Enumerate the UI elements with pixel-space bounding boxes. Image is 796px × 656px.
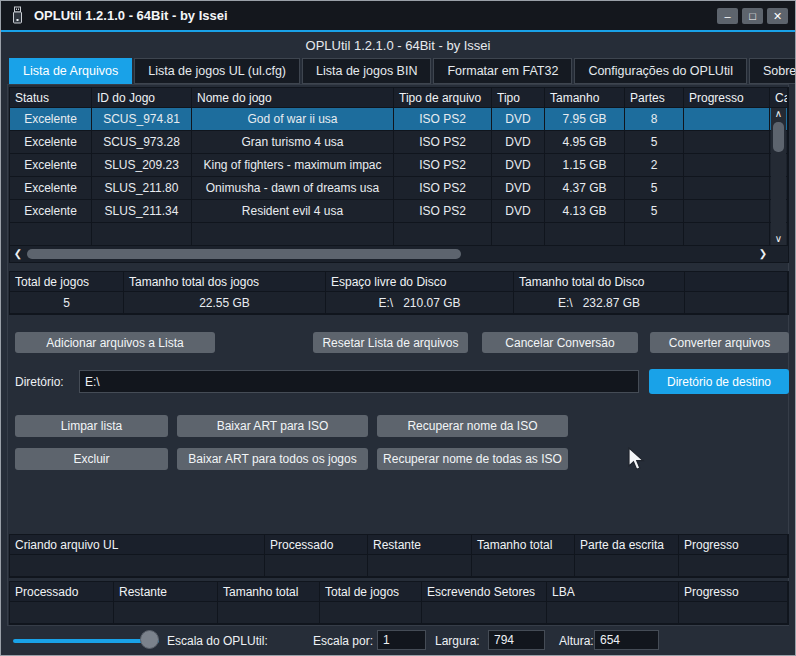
download-art-all-button[interactable]: Baixar ART para todos os jogos [177, 448, 368, 470]
column-header[interactable]: Tamanho total dos jogos [124, 272, 326, 291]
table-row[interactable]: ExcelenteSCUS_973.28Gran turismo 4 usaIS… [10, 131, 788, 154]
maximize-button[interactable]: □ [742, 8, 763, 24]
column-header[interactable]: Tamanho total [218, 582, 320, 601]
download-art-iso-button[interactable]: Baixar ART para ISO [177, 415, 368, 437]
column-header[interactable]: Criando arquivo UL [10, 535, 265, 554]
horizontal-scrollbar[interactable]: ❮ ❯ [11, 246, 770, 262]
table-row[interactable] [10, 555, 788, 577]
column-header[interactable]: Total de jogos [10, 272, 124, 291]
recover-all-iso-names-button[interactable]: Recuperar nome de todas as ISO [377, 448, 568, 470]
table-cell [492, 223, 545, 245]
column-header[interactable]: Escrevendo Setores [422, 582, 547, 601]
column-header[interactable]: Tamanho total [472, 535, 575, 554]
column-header[interactable]: Progresso [679, 582, 788, 601]
table-cell [192, 223, 394, 245]
table-cell: SLUS_211.80 [92, 177, 192, 199]
tab-lista-de-jogos-ul-ul-cfg[interactable]: Lista de jogos UL (ul.cfg) [134, 58, 300, 84]
cancel-conversion-button[interactable]: Cancelar Conversão [482, 332, 638, 353]
summary-table: Total de jogosTamanho total dos jogosEsp… [9, 271, 789, 315]
table-cell [685, 292, 788, 313]
table-cell [368, 555, 472, 576]
width-label: Largura: [435, 634, 480, 648]
column-header[interactable]: Parte da escrita [575, 535, 679, 554]
tab-formatar-em-fat32[interactable]: Formatar em FAT32 [433, 58, 572, 84]
table-cell: Excelente [10, 131, 92, 153]
clear-list-button[interactable]: Limpar lista [15, 415, 168, 437]
write-progress-table: ProcessadoRestanteTamanho totalTotal de … [9, 581, 789, 625]
delete-button[interactable]: Excluir [15, 448, 168, 470]
column-header[interactable]: Tipo de arquivo [394, 88, 492, 107]
directory-input[interactable] [79, 370, 639, 393]
table-header-row: Total de jogosTamanho total dos jogosEsp… [10, 272, 788, 292]
column-header[interactable]: Processado [265, 535, 368, 554]
reset-list-button[interactable]: Resetar Lista de arquivos [313, 332, 468, 353]
column-header[interactable]: Espaço livre do Disco [326, 272, 514, 291]
scroll-up-icon[interactable]: ∧ [771, 108, 786, 120]
title-bar: OPLUtil 1.2.1.0 - 64Bit - by Issei – □ ✕ [1, 1, 795, 30]
scale-label: Escala do OPLUtil: [167, 634, 268, 648]
column-header[interactable]: LBA [547, 582, 679, 601]
scale-by-input[interactable] [377, 630, 426, 650]
scale-slider-handle[interactable] [140, 630, 159, 649]
table-row[interactable] [10, 223, 788, 246]
table-cell [394, 223, 492, 245]
vertical-scrollbar-thumb[interactable] [773, 122, 784, 152]
tab-lista-de-arquivos[interactable]: Lista de Arquivos [9, 58, 132, 84]
tab-lista-de-jogos-bin[interactable]: Lista de jogos BIN [302, 58, 431, 84]
tab-sobre[interactable]: Sobre [749, 58, 796, 84]
table-cell [684, 154, 770, 176]
ul-progress-table: Criando arquivo ULProcessadoRestanteTama… [9, 534, 789, 578]
table-cell: 1.15 GB [545, 154, 625, 176]
table-row[interactable]: ExcelenteSCUS_974.81God of war ii usaISO… [10, 108, 788, 131]
column-header[interactable]: Tamanho [545, 88, 625, 107]
tab-configura-es-do-oplutil[interactable]: Configurações do OPLUtil [574, 58, 747, 84]
table-cell: 22.55 GB [124, 292, 326, 313]
column-header[interactable]: Progresso [679, 535, 788, 554]
width-input[interactable] [488, 630, 545, 650]
column-header[interactable]: Tipo [492, 88, 545, 107]
column-header[interactable]: Total de jogos [320, 582, 422, 601]
table-cell [684, 200, 770, 222]
table-cell [472, 555, 575, 576]
height-label: Altura: [559, 634, 594, 648]
height-input[interactable] [594, 630, 659, 650]
table-row[interactable]: ExcelenteSLUS_209.23King of fighters - m… [10, 154, 788, 177]
column-header[interactable]: Processado [10, 582, 114, 601]
close-button[interactable]: ✕ [767, 8, 788, 24]
table-cell: Gran turismo 4 usa [192, 131, 394, 153]
table-cell [545, 223, 625, 245]
horizontal-scrollbar-thumb[interactable] [27, 249, 461, 259]
column-header[interactable]: Restante [368, 535, 472, 554]
table-row[interactable] [10, 602, 788, 624]
table-cell: 5 [625, 131, 684, 153]
column-header[interactable]: ID do Jogo [92, 88, 192, 107]
column-header[interactable]: Tamanho total do Disco [514, 272, 685, 291]
table-row[interactable]: ExcelenteSLUS_211.80Onimusha - dawn of d… [10, 177, 788, 200]
scroll-right-icon[interactable]: ❯ [756, 246, 770, 262]
tab-strip: Lista de ArquivosLista de jogos UL (ul.c… [9, 58, 796, 84]
vertical-scrollbar[interactable]: ∧ ∨ [771, 108, 786, 245]
column-header[interactable]: Progresso [684, 88, 770, 107]
scroll-down-icon[interactable]: ∨ [771, 233, 786, 245]
column-header[interactable]: Restante [114, 582, 218, 601]
table-cell: SCUS_973.28 [92, 131, 192, 153]
column-header[interactable]: Ca [770, 88, 788, 107]
add-files-button[interactable]: Adicionar arquivos a Lista [15, 332, 215, 353]
table-cell: 4.37 GB [545, 177, 625, 199]
table-cell: DVD [492, 177, 545, 199]
table-cell: ISO PS2 [394, 200, 492, 222]
scroll-left-icon[interactable]: ❮ [11, 246, 25, 262]
scale-slider-track[interactable] [13, 639, 159, 643]
recover-iso-name-button[interactable]: Recuperar nome da ISO [377, 415, 568, 437]
column-header[interactable]: Partes [625, 88, 684, 107]
column-header[interactable]: Status [10, 88, 92, 107]
table-row[interactable]: 522.55 GBE:\ 210.07 GBE:\ 232.87 GB [10, 292, 788, 314]
table-cell [10, 555, 265, 576]
table-row[interactable]: ExcelenteSLUS_211.34Resident evil 4 usaI… [10, 200, 788, 223]
destination-directory-button[interactable]: Diretório de destino [649, 369, 789, 394]
column-header[interactable]: Nome do jogo [192, 88, 394, 107]
column-header[interactable] [685, 272, 788, 291]
minimize-button[interactable]: – [717, 8, 738, 24]
table-cell [547, 602, 679, 623]
convert-files-button[interactable]: Converter arquivos [650, 332, 789, 353]
